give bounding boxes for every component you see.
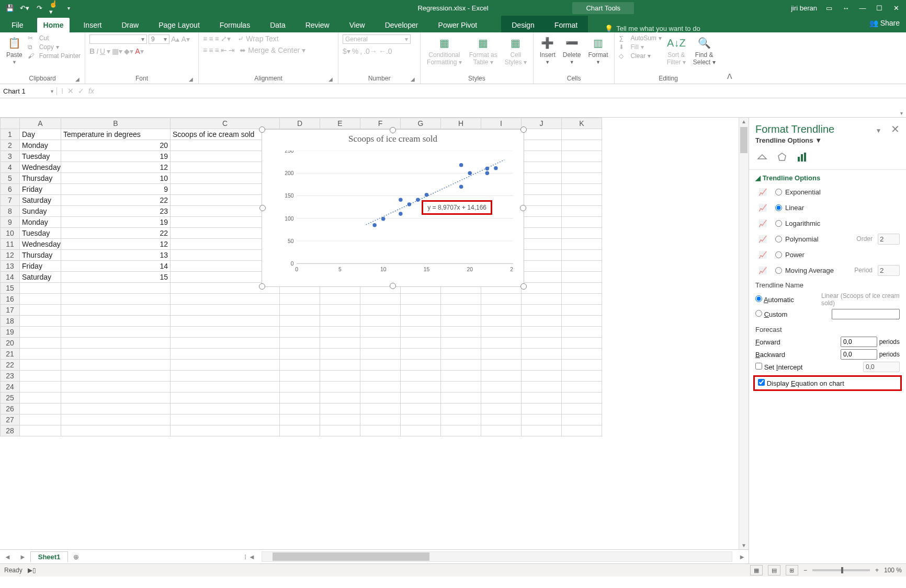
cell[interactable] (320, 393, 360, 403)
font-name-select[interactable]: ▾ (89, 34, 147, 44)
custom-radio[interactable]: Custom (755, 310, 787, 318)
row-header[interactable]: 16 (1, 294, 20, 305)
trendline-options-header[interactable]: Trendline Options (763, 174, 821, 182)
cell[interactable] (481, 294, 522, 305)
cell[interactable] (320, 382, 360, 393)
set-intercept-checkbox[interactable]: Set Intercept (755, 363, 802, 371)
cell[interactable] (61, 327, 171, 338)
cell[interactable] (360, 371, 401, 382)
cell[interactable] (320, 414, 360, 425)
tab-data[interactable]: Data (264, 18, 292, 32)
italic-button[interactable]: I (96, 47, 98, 55)
order-input[interactable] (878, 234, 900, 245)
cell[interactable] (562, 162, 602, 173)
cell[interactable] (522, 272, 562, 283)
cell[interactable]: 22 (61, 228, 171, 239)
cell[interactable] (401, 305, 441, 316)
cell[interactable] (401, 403, 441, 414)
cell[interactable] (61, 294, 171, 305)
ribbon-options-icon[interactable]: ↔ (841, 3, 851, 13)
row-header[interactable]: 28 (1, 425, 20, 436)
col-header[interactable]: J (522, 118, 562, 129)
cell[interactable] (481, 360, 522, 371)
scroll-down-icon[interactable]: ▼ (739, 543, 749, 548)
row-header[interactable]: 1 (1, 129, 20, 140)
cell[interactable] (171, 305, 280, 316)
fx-icon[interactable]: fx (88, 87, 94, 95)
cell[interactable] (562, 261, 602, 272)
tab-developer[interactable]: Developer (379, 18, 425, 32)
cell[interactable] (171, 294, 280, 305)
orientation-icon[interactable]: ⤢▾ (221, 34, 231, 43)
cell[interactable] (481, 414, 522, 425)
cell[interactable] (280, 360, 320, 371)
tab-design[interactable]: Design (505, 18, 541, 32)
fill-line-category-icon[interactable] (755, 151, 769, 164)
polynomial-radio[interactable]: Polynomial (775, 235, 819, 243)
tab-view[interactable]: View (343, 18, 371, 32)
cell[interactable]: Sunday (20, 206, 61, 217)
cell[interactable] (320, 349, 360, 360)
cell[interactable] (562, 294, 602, 305)
cell[interactable]: 15 (61, 272, 171, 283)
zoom-slider[interactable] (812, 569, 870, 571)
cell[interactable] (20, 382, 61, 393)
tab-page-layout[interactable]: Page Layout (152, 18, 206, 32)
cell[interactable]: Saturday (20, 195, 61, 206)
increase-indent-icon[interactable]: ⇥ (229, 46, 235, 54)
col-header[interactable]: B (61, 118, 171, 129)
cell[interactable] (61, 414, 171, 425)
cell[interactable] (441, 425, 481, 436)
fill-button[interactable]: ⬇Fill ▾ (619, 43, 661, 51)
collapse-ribbon-icon[interactable]: ᐱ (722, 69, 738, 84)
cell[interactable] (562, 217, 602, 228)
decrease-decimal-icon[interactable]: ←.0 (379, 47, 392, 55)
wrap-text-button[interactable]: ⤶ Wrap Text (237, 34, 278, 43)
cell[interactable] (401, 425, 441, 436)
automatic-radio[interactable]: Automatic (755, 295, 794, 304)
cell[interactable]: Tuesday (20, 151, 61, 162)
cell[interactable] (522, 228, 562, 239)
cell[interactable] (171, 425, 280, 436)
cell[interactable] (522, 184, 562, 195)
cell[interactable] (20, 305, 61, 316)
scroll-up-icon[interactable]: ▲ (739, 119, 749, 124)
display-equation-checkbox[interactable]: Display Equation on chart (758, 379, 844, 387)
cell[interactable] (522, 371, 562, 382)
dialog-launcher-icon[interactable]: ◢ (75, 76, 80, 82)
decrease-indent-icon[interactable]: ⇤ (221, 46, 227, 54)
embedded-chart[interactable]: Scoops of ice cream sold 050100150200250… (262, 129, 524, 287)
cell[interactable] (562, 250, 602, 261)
cell[interactable] (20, 316, 61, 327)
cell[interactable]: 13 (61, 250, 171, 261)
save-icon[interactable]: 💾 (5, 3, 15, 13)
trendline-equation[interactable]: y = 8,9707x + 14,166 (422, 200, 492, 215)
zoom-in-button[interactable]: + (875, 567, 879, 574)
worksheet-grid[interactable]: ABCDEFGHIJK1DayTemperature in degreesSco… (0, 118, 749, 549)
cell[interactable] (171, 327, 280, 338)
dialog-launcher-icon[interactable]: ◢ (411, 76, 415, 82)
cell[interactable] (562, 184, 602, 195)
cell[interactable] (61, 316, 171, 327)
tell-me-search[interactable]: 💡 Tell me what you want to do (605, 25, 700, 32)
cell[interactable] (360, 414, 401, 425)
row-header[interactable]: 27 (1, 414, 20, 425)
cell[interactable] (360, 327, 401, 338)
resize-handle[interactable] (390, 283, 396, 289)
vertical-scrollbar[interactable]: ▲ ▼ (739, 118, 749, 549)
display-options-icon[interactable]: ▭ (824, 3, 834, 13)
cell[interactable] (280, 327, 320, 338)
exponential-radio[interactable]: Exponential (775, 188, 821, 196)
cell[interactable] (171, 338, 280, 349)
dialog-launcher-icon[interactable]: ◢ (329, 76, 333, 82)
cell[interactable]: Thursday (20, 173, 61, 184)
align-bottom-icon[interactable]: ≡ (214, 34, 219, 43)
cell[interactable] (171, 360, 280, 371)
cell[interactable] (522, 283, 562, 294)
cell[interactable] (360, 382, 401, 393)
conditional-formatting-button[interactable]: ▦ConditionalFormatting ▾ (425, 34, 464, 67)
share-button[interactable]: 👥 Share (869, 19, 900, 27)
font-size-select[interactable]: 9▾ (149, 34, 169, 44)
cell[interactable] (280, 425, 320, 436)
name-box[interactable]: Chart 1▾ (0, 87, 57, 95)
